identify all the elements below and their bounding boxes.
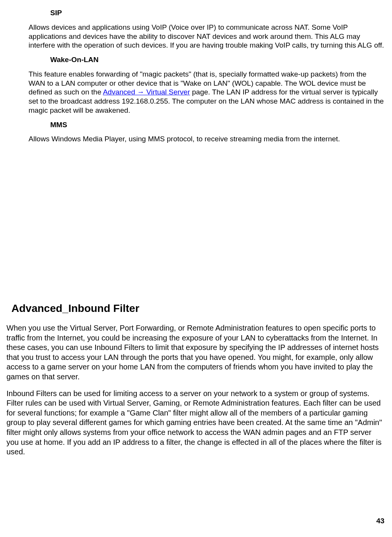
sip-heading: SIP <box>50 8 384 18</box>
wol-description: This feature enables forwarding of "magi… <box>29 70 384 115</box>
virtual-server-link[interactable]: Advanced → Virtual Server <box>103 88 190 96</box>
page-number: 43 <box>376 516 384 526</box>
mms-description: Allows Windows Media Player, using MMS p… <box>29 134 384 144</box>
mms-heading: MMS <box>50 120 384 129</box>
wol-heading: Wake-On-LAN <box>50 55 384 64</box>
section-paragraph-2: Inbound Filters can be used for limiting… <box>6 389 383 457</box>
section-paragraph-1: When you use the Virtual Server, Port Fo… <box>6 323 383 382</box>
section-heading: Advanced_Inbound Filter <box>11 302 384 315</box>
sip-description: Allows devices and applications using Vo… <box>29 23 384 50</box>
